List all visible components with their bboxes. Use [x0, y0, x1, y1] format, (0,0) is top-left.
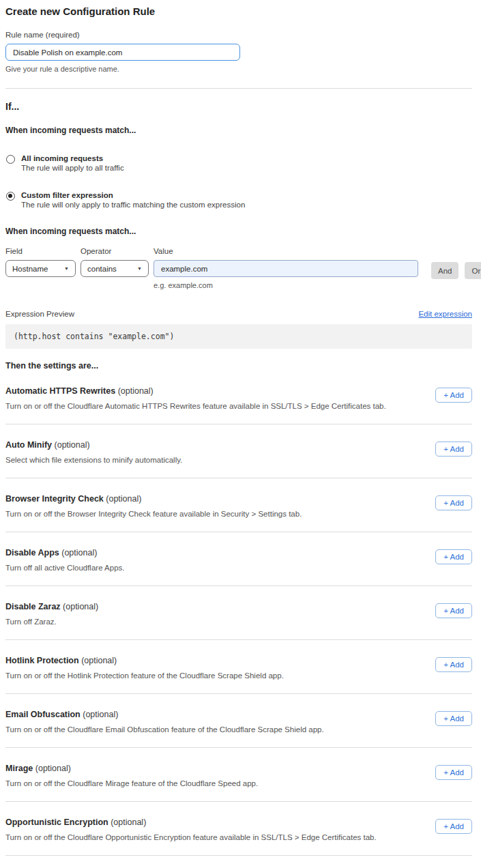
incoming-match-heading: When incoming requests match...	[5, 126, 472, 135]
setting-title: Email Obfuscation	[5, 710, 81, 719]
value-helper: e.g. example.com	[154, 281, 418, 289]
radio-selected-icon[interactable]	[6, 192, 15, 201]
page-title: Create new Configuration Rule	[5, 5, 472, 17]
setting-description: Turn on or off the Cloudflare Opportunis…	[5, 833, 377, 841]
setting-title: Opportunistic Encryption	[5, 818, 108, 827]
setting-optional-tag: (optional)	[63, 602, 98, 611]
value-label: Value	[154, 247, 418, 255]
radio-option-all-incoming-requests[interactable]: All incoming requests The rule will appl…	[5, 154, 472, 172]
radio-description: The rule will apply to all traffic	[21, 164, 124, 172]
edit-expression-link[interactable]: Edit expression	[418, 310, 472, 318]
operator-select[interactable]: contains ▼	[81, 260, 149, 277]
setting-description: Turn on or off the Browser Integrity Che…	[5, 510, 302, 518]
chevron-down-icon: ▼	[64, 266, 69, 271]
setting-title: Disable Apps	[5, 548, 59, 558]
add-button[interactable]: + Add	[435, 765, 472, 780]
setting-item-hotlink-protection: Hotlink Protection (optional) Turn on or…	[5, 640, 472, 693]
operator-select-value: contains	[87, 265, 117, 273]
setting-title: Automatic HTTPS Rewrites	[5, 386, 115, 396]
setting-optional-tag: (optional)	[106, 494, 141, 504]
rule-name-helper: Give your rule a descriptive name.	[5, 65, 472, 73]
setting-title: Mirage	[5, 764, 33, 773]
setting-item-browser-integrity-check: Browser Integrity Check (optional) Turn …	[5, 478, 472, 532]
setting-description: Turn on or off the Cloudflare Mirage fea…	[5, 779, 258, 787]
filter-match-heading: When incoming requests match...	[5, 227, 472, 236]
setting-optional-tag: (optional)	[61, 548, 97, 558]
create-configuration-rule-page: Create new Configuration Rule Rule name …	[0, 0, 481, 868]
setting-description: Turn on or off the Cloudflare Automatic …	[5, 402, 386, 410]
setting-item-disable-apps: Disable Apps (optional) Turn off all act…	[5, 532, 472, 585]
setting-description: Turn off Zaraz.	[5, 618, 98, 626]
radio-option-custom-filter-expression[interactable]: Custom filter expression The rule will o…	[5, 191, 472, 209]
field-label: Field	[5, 247, 76, 255]
setting-item-automatic-https-rewrites: Automatic HTTPS Rewrites (optional) Turn…	[5, 371, 472, 424]
operator-label: Operator	[81, 247, 149, 255]
expression-preview-code: (http.host contains "example.com")	[5, 324, 472, 349]
setting-optional-tag: (optional)	[118, 386, 154, 396]
setting-optional-tag: (optional)	[111, 818, 146, 827]
if-heading: If...	[5, 101, 472, 112]
setting-item-mirage: Mirage (optional) Turn on or off the Clo…	[5, 748, 472, 801]
setting-description: Turn on or off the Cloudflare Email Obfu…	[5, 725, 324, 734]
add-button[interactable]: + Add	[435, 711, 472, 726]
setting-description: Turn on or off the Hotlink Protection fe…	[5, 671, 284, 680]
setting-item-opportunistic-encryption: Opportunistic Encryption (optional) Turn…	[5, 802, 472, 855]
rule-name-label: Rule name (required)	[5, 31, 472, 39]
radio-label: Custom filter expression	[21, 191, 245, 199]
radio-unselected-icon[interactable]	[6, 155, 15, 164]
setting-description: Turn off all active Cloudflare Apps.	[5, 564, 125, 572]
section-divider	[5, 88, 472, 89]
setting-item-auto-minify: Auto Minify (optional) Select which file…	[5, 424, 472, 478]
add-button[interactable]: + Add	[435, 657, 472, 672]
add-button[interactable]: + Add	[435, 603, 472, 618]
add-button[interactable]: + Add	[435, 388, 472, 403]
expression-preview-label: Expression Preview	[5, 310, 74, 318]
add-button[interactable]: + Add	[435, 549, 472, 564]
or-button[interactable]: Or	[465, 262, 481, 279]
filter-builder-row: Field Hostname ▼ Operator contains ▼ Val…	[5, 247, 472, 289]
then-settings-heading: Then the settings are...	[5, 361, 472, 371]
add-button[interactable]: + Add	[435, 442, 472, 457]
setting-optional-tag: (optional)	[35, 764, 71, 773]
setting-optional-tag: (optional)	[83, 710, 118, 719]
setting-item-polish: Polish (optional) Change the settings of…	[5, 856, 472, 868]
setting-item-email-obfuscation: Email Obfuscation (optional) Turn on or …	[5, 694, 472, 747]
setting-title: Disable Zaraz	[5, 602, 61, 611]
and-button[interactable]: And	[431, 262, 458, 279]
setting-title: Browser Integrity Check	[5, 494, 104, 504]
setting-item-disable-zaraz: Disable Zaraz (optional) Turn off Zaraz.…	[5, 586, 472, 639]
setting-optional-tag: (optional)	[55, 440, 90, 450]
setting-title: Hotlink Protection	[5, 656, 79, 665]
field-select[interactable]: Hostname ▼	[5, 260, 76, 277]
add-button[interactable]: + Add	[435, 495, 472, 510]
setting-description: Select which file extensions to minify a…	[5, 456, 182, 464]
setting-title: Auto Minify	[5, 440, 52, 450]
rule-name-input[interactable]	[5, 44, 240, 61]
value-input[interactable]	[154, 260, 418, 277]
radio-label: All incoming requests	[21, 154, 124, 162]
add-button[interactable]: + Add	[435, 819, 472, 834]
setting-optional-tag: (optional)	[81, 656, 117, 665]
field-select-value: Hostname	[12, 265, 48, 273]
chevron-down-icon: ▼	[137, 266, 142, 271]
radio-description: The rule will only apply to traffic matc…	[21, 201, 245, 209]
